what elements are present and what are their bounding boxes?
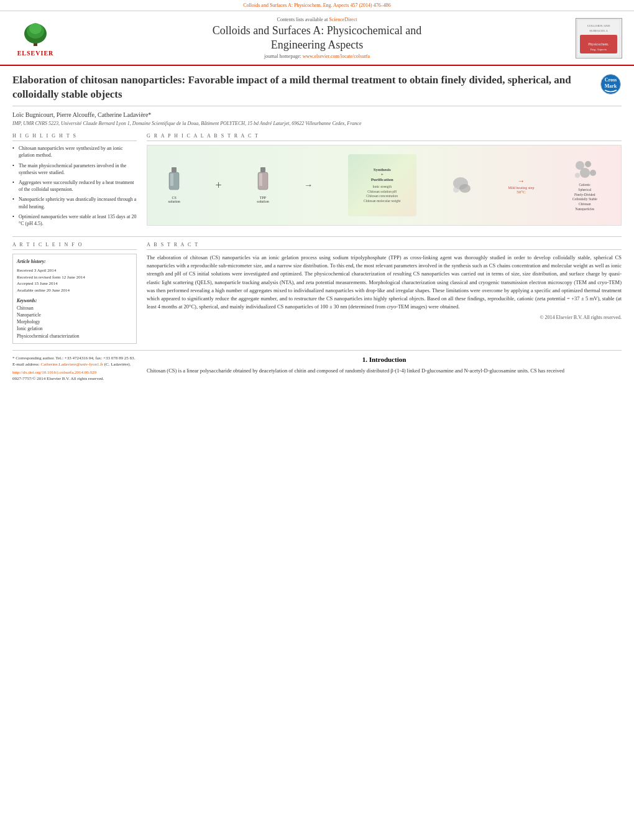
keyword-2: Nanoparticle xyxy=(17,312,132,318)
highlights-label: H I G H L I G H T S xyxy=(12,133,137,141)
ga-round-particles-icon xyxy=(572,159,597,181)
introduction-column: 1. Introduction Chitosan (CS) is a linea… xyxy=(147,356,622,382)
copyright-line: © 2014 Elsevier B.V. All rights reserved… xyxy=(147,315,622,320)
svg-text:Cross: Cross xyxy=(605,77,617,83)
ga-irregular-particles-icon xyxy=(451,176,473,195)
svg-point-20 xyxy=(459,184,471,193)
graphical-abstract-label: G R A P H I C A L A B S T R A C T xyxy=(147,133,622,141)
elsevier-tree-icon xyxy=(17,20,54,48)
ga-arrow2-icon: → Mild heating step 50°C xyxy=(508,177,534,195)
svg-rect-16 xyxy=(260,167,265,172)
journal-logo-right: COLLOIDS AND SURFACES A Physicochem. Eng… xyxy=(571,16,627,60)
article-title: Elaboration of chitosan nanoparticles: F… xyxy=(12,73,594,102)
citation-text: Colloids and Surfaces A: Physicochem. En… xyxy=(243,2,391,8)
svg-point-26 xyxy=(590,170,596,176)
ga-tpp-section: TPPsolution xyxy=(257,167,269,203)
list-item: Chitosan nanoparticles were synthesized … xyxy=(12,145,137,159)
received-date: Received 3 April 2014 xyxy=(17,267,132,274)
svg-point-23 xyxy=(585,161,591,167)
abstract-column: A B S T R A C T The elaboration of chito… xyxy=(147,242,622,344)
svg-text:Physicochem.: Physicochem. xyxy=(588,42,609,46)
affiliation-text: IMP, UMR CNRS 5223, Université Claude Be… xyxy=(12,121,622,127)
svg-rect-18 xyxy=(259,173,262,186)
keyword-3: Morphology xyxy=(17,318,132,325)
section-divider xyxy=(12,236,622,237)
keyword-4: Ionic gelation xyxy=(17,325,132,332)
ga-cs-section: CSsolution xyxy=(168,167,180,203)
main-content: Elaboration of chitosan nanoparticles: F… xyxy=(0,66,634,389)
keyword-1: Chitosan xyxy=(17,305,132,312)
available-online-date: Available online 20 June 2014 xyxy=(17,287,132,294)
ga-cs-bottle-icon xyxy=(168,167,180,193)
svg-rect-13 xyxy=(172,167,177,172)
footnote-corresponding-author: * Corresponding author. Tel.: +33 472431… xyxy=(12,356,137,362)
authors-text: Loïc Bugnicourt, Pierre Alcouffe, Cather… xyxy=(12,111,151,118)
keyword-5: Physicochemical characterization xyxy=(17,333,132,339)
article-info-label: A R T I C L E I N F O xyxy=(12,242,137,250)
list-item: Optimized nanoparticles were stable at l… xyxy=(12,213,137,227)
ga-final-label: CationicSphericalFinely-DividedColloidal… xyxy=(569,183,600,211)
journal-logo-box: COLLOIDS AND SURFACES A Physicochem. Eng… xyxy=(576,18,622,58)
article-title-section: Elaboration of chitosan nanoparticles: F… xyxy=(12,73,622,106)
elsevier-logo-left: ELSEVIER xyxy=(7,16,63,60)
highlights-list: Chitosan nanoparticles were synthesized … xyxy=(12,145,137,227)
journal-header-center: Contents lists available at ScienceDirec… xyxy=(63,17,571,60)
ga-plus-icon: + xyxy=(216,179,222,192)
keywords-section: Keywords: Chitosan Nanoparticle Morpholo… xyxy=(17,297,132,339)
list-item: Aggregates were successfully reduced by … xyxy=(12,179,137,193)
footnote-email: E-mail address: Catherine.Ladaviere@univ… xyxy=(12,362,137,368)
doi-anchor[interactable]: http://dx.doi.org/10.1016/j.colsurfa.201… xyxy=(12,370,96,375)
ga-tpp-bottle-icon xyxy=(257,167,269,193)
svg-point-21 xyxy=(453,187,459,193)
svg-rect-15 xyxy=(170,173,173,186)
graphical-abstract-column: G R A P H I C A L A B S T R A C T CSsolu… xyxy=(147,133,622,230)
article-info-box: Article history: Received 3 April 2014 R… xyxy=(12,254,137,344)
ga-particles-after: CationicSphericalFinely-DividedColloidal… xyxy=(569,159,600,211)
list-item: The main physicochemical parameters invo… xyxy=(12,162,137,176)
svg-text:Eng. Aspects: Eng. Aspects xyxy=(590,48,607,51)
svg-point-3 xyxy=(29,23,42,34)
bottom-section: * Corresponding author. Tel.: +33 472431… xyxy=(12,350,622,382)
article-info-column: A R T I C L E I N F O Article history: R… xyxy=(12,242,137,344)
elsevier-label: ELSEVIER xyxy=(17,50,54,57)
email-link[interactable]: Catherine.Ladaviere@univ-lyon1.fr xyxy=(41,362,104,367)
journal-title: Colloids and Surfaces A: Physicochemical… xyxy=(63,24,571,53)
highlights-graphical-section: H I G H L I G H T S Chitosan nanoparticl… xyxy=(12,133,622,230)
svg-point-25 xyxy=(575,173,580,178)
abstract-label: A B S T R A C T xyxy=(147,242,622,250)
crossmark-icon: Cross Mark xyxy=(600,73,622,95)
sciencedirect-anchor[interactable]: ScienceDirect xyxy=(329,17,357,22)
ga-particles-before xyxy=(451,176,473,195)
received-revised-date: Received in revised form 12 June 2014 xyxy=(17,274,132,281)
accepted-date: Accepted 15 June 2014 xyxy=(17,280,132,287)
issn-text: 0927-7757/© 2014 Elsevier B.V. All right… xyxy=(12,376,137,381)
svg-text:COLLOIDS AND: COLLOIDS AND xyxy=(587,24,610,27)
list-item: Nanoparticle sphericity was drastically … xyxy=(12,196,137,210)
ga-synthesis-label: Synthesis+Purification xyxy=(371,167,393,182)
ga-tpp-label: TPPsolution xyxy=(257,196,269,203)
journal-homepage: journal homepage: www.elsevier.com/locat… xyxy=(63,53,571,59)
authors-line: Loïc Bugnicourt, Pierre Alcouffe, Cather… xyxy=(12,111,622,118)
top-citation-bar: Colloids and Surfaces A: Physicochem. En… xyxy=(0,0,634,11)
journal-right-logo-icon: COLLOIDS AND SURFACES A Physicochem. Eng… xyxy=(577,19,620,57)
keywords-title: Keywords: xyxy=(17,298,37,303)
article-info-abstract-section: A R T I C L E I N F O Article history: R… xyxy=(12,242,622,344)
svg-text:SURFACES A: SURFACES A xyxy=(589,29,608,32)
sciencedirect-link: Contents lists available at ScienceDirec… xyxy=(63,17,571,22)
ga-arrow1-icon: → xyxy=(304,180,313,190)
journal-header: ELSEVIER Contents lists available at Sci… xyxy=(0,11,634,66)
intro-heading: 1. Introduction xyxy=(147,356,622,363)
highlights-column: H I G H L I G H T S Chitosan nanoparticl… xyxy=(12,133,137,230)
article-history-title: Article history: xyxy=(17,258,132,265)
abstract-text: The elaboration of chitosan (CS) nanopar… xyxy=(147,254,622,311)
graphical-abstract-image: CSsolution + TPPsolution → xyxy=(147,145,622,226)
svg-text:Mark: Mark xyxy=(605,83,617,89)
page-wrapper: Colloids and Surfaces A: Physicochem. En… xyxy=(0,0,634,840)
ga-cs-label: CSsolution xyxy=(168,196,180,203)
footnote-column: * Corresponding author. Tel.: +33 472431… xyxy=(12,356,137,382)
doi-link: http://dx.doi.org/10.1016/j.colsurfa.201… xyxy=(12,370,137,375)
intro-text: Chitosan (CS) is a linear polysaccharide… xyxy=(147,367,622,375)
homepage-link[interactable]: www.elsevier.com/locate/colsurfa xyxy=(303,53,370,59)
ga-synthesis-box: Synthesis+Purification Ionic strengthChi… xyxy=(348,154,416,216)
svg-point-24 xyxy=(580,168,590,178)
